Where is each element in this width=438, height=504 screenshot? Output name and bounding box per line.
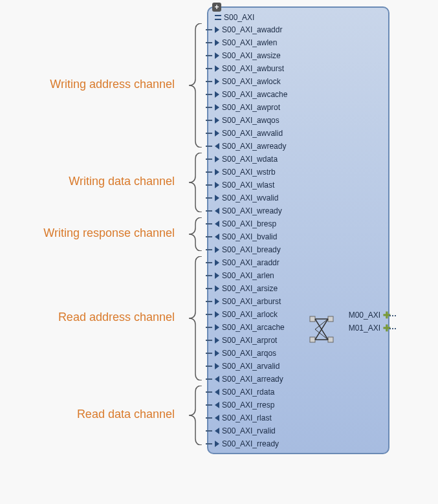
signal-pin[interactable]: S00_AXI_wready xyxy=(211,204,386,217)
channel-label: Read address channel xyxy=(6,311,175,324)
signal-name: S00_AXI_awburst xyxy=(222,64,284,73)
svg-rect-0 xyxy=(310,316,315,322)
signal-pin[interactable]: S00_AXI_wvalid xyxy=(211,192,386,204)
signal-pin[interactable]: S00_AXI_arlen xyxy=(211,269,386,282)
signal-name: S00_AXI_wlast xyxy=(222,181,274,190)
input-arrow-icon xyxy=(215,337,219,344)
input-arrow-icon xyxy=(215,130,219,137)
expand-button[interactable]: + xyxy=(212,3,221,12)
master-name: M00_AXI xyxy=(349,311,380,320)
port-tick xyxy=(206,417,212,419)
signal-pin[interactable]: S00_AXI_rdata xyxy=(211,386,386,399)
port-tick xyxy=(206,29,212,30)
port-tick xyxy=(206,184,212,186)
master-interface[interactable]: M00_AXI✚ xyxy=(349,309,391,322)
input-arrow-icon xyxy=(215,363,219,369)
brace-icon xyxy=(181,256,207,380)
input-arrow-icon xyxy=(215,65,219,72)
signal-pin[interactable]: S00_AXI_awsize xyxy=(211,49,386,62)
signal-pin[interactable]: S00_AXI_awlock xyxy=(211,75,386,88)
input-arrow-icon xyxy=(215,78,219,85)
port-tick xyxy=(206,120,212,121)
signal-pin[interactable]: S00_AXI_awaddr xyxy=(211,23,386,36)
signal-pin[interactable]: S00_AXI_rvalid xyxy=(211,424,386,437)
signal-pin[interactable]: S00_AXI_bresp xyxy=(211,217,386,230)
input-arrow-icon xyxy=(215,272,219,279)
signal-name: S00_AXI_awaddr xyxy=(222,25,282,34)
signal-name: S00_AXI_rlast xyxy=(222,413,272,422)
signal-name: S00_AXI_rdata xyxy=(222,388,274,397)
svg-rect-3 xyxy=(328,337,333,342)
signal-pin[interactable]: S00_AXI_awqos xyxy=(211,114,386,127)
signal-name: S00_AXI_awlen xyxy=(222,38,277,47)
input-arrow-icon xyxy=(215,117,219,124)
input-arrow-icon xyxy=(215,298,219,305)
input-arrow-icon xyxy=(215,104,219,111)
signal-name: S00_AXI_bready xyxy=(222,245,281,254)
signal-pin[interactable]: S00_AXI_arprot xyxy=(211,334,386,347)
signal-pin[interactable]: S00_AXI_arburst xyxy=(211,295,386,308)
signal-pin[interactable]: S00_AXI_awvalid xyxy=(211,127,386,140)
signal-name: S00_AXI_bresp xyxy=(222,219,276,228)
signal-pin[interactable]: S00_AXI_rresp xyxy=(211,399,386,411)
signal-name: S00_AXI_awready xyxy=(222,142,286,151)
signal-pin[interactable]: S00_AXI_wlast xyxy=(211,179,386,192)
input-arrow-icon xyxy=(215,52,219,59)
port-tick xyxy=(206,249,212,250)
port-tick xyxy=(206,68,212,69)
signal-pin[interactable]: S00_AXI_bready xyxy=(211,243,386,256)
input-arrow-icon xyxy=(215,350,219,356)
signal-name: S00_AXI_wstrb xyxy=(222,168,276,177)
port-tick xyxy=(206,314,212,315)
signal-name: S00_AXI_awqos xyxy=(222,116,279,125)
signal-pin[interactable]: S00_AXI_awcache xyxy=(211,88,386,101)
signal-pin[interactable]: S00_AXI_arvalid xyxy=(211,360,386,373)
signal-name: S00_AXI_wready xyxy=(222,206,282,215)
output-arrow-icon xyxy=(215,234,219,240)
output-arrow-icon xyxy=(215,143,219,149)
signal-pin[interactable]: S00_AXI_arready xyxy=(211,373,386,386)
signal-pin[interactable]: S00_AXI_awprot xyxy=(211,101,386,114)
signal-name: S00_AXI_rvalid xyxy=(222,426,276,435)
svg-rect-2 xyxy=(310,337,315,342)
port-tick xyxy=(206,366,212,367)
signal-pin[interactable]: S00_AXI_awlen xyxy=(211,36,386,49)
signal-pin[interactable]: S00_AXI_araddr xyxy=(211,256,386,269)
port-tick xyxy=(206,378,212,380)
channel-label: Writing address channel xyxy=(6,78,175,91)
port-tick xyxy=(206,210,212,212)
port-tick xyxy=(206,171,212,173)
master-interface[interactable]: M01_AXI✚ xyxy=(349,322,391,334)
master-name: M01_AXI xyxy=(349,323,380,333)
bus-interface-header[interactable]: S00_AXI xyxy=(211,10,386,23)
port-tick xyxy=(206,327,212,328)
port-tick xyxy=(206,107,212,108)
signal-pin[interactable]: S00_AXI_wdata xyxy=(211,153,386,166)
signal-name: S00_AXI_arprot xyxy=(222,336,277,345)
input-arrow-icon xyxy=(215,441,219,447)
signal-pin[interactable]: S00_AXI_rready xyxy=(211,437,386,450)
port-tick xyxy=(206,404,212,406)
port-tick xyxy=(206,262,212,263)
port-tick xyxy=(206,340,212,341)
signal-pin[interactable]: S00_AXI_wstrb xyxy=(211,166,386,179)
input-arrow-icon xyxy=(215,247,219,253)
channel-label: Writing response channel xyxy=(6,226,175,240)
signal-pin[interactable]: S00_AXI_arqos xyxy=(211,347,386,360)
signal-pin[interactable]: S00_AXI_rlast xyxy=(211,411,386,424)
brace-icon xyxy=(181,23,207,148)
signal-name: S00_AXI_bvalid xyxy=(222,232,277,241)
output-arrow-icon xyxy=(215,208,219,214)
signal-pin[interactable]: S00_AXI_bvalid xyxy=(211,230,386,243)
output-arrow-icon xyxy=(215,415,219,421)
signal-pin[interactable]: S00_AXI_awready xyxy=(211,140,386,153)
output-arrow-icon xyxy=(215,402,219,408)
signal-pin[interactable]: S00_AXI_arsize xyxy=(211,282,386,295)
output-arrow-icon xyxy=(215,221,219,227)
signal-name: S00_AXI_awsize xyxy=(222,51,281,60)
signal-pin[interactable]: S00_AXI_awburst xyxy=(211,62,386,75)
input-arrow-icon xyxy=(215,39,219,46)
bus-name: S00_AXI xyxy=(224,13,254,22)
brace-icon xyxy=(181,386,207,445)
port-tick xyxy=(206,94,212,95)
